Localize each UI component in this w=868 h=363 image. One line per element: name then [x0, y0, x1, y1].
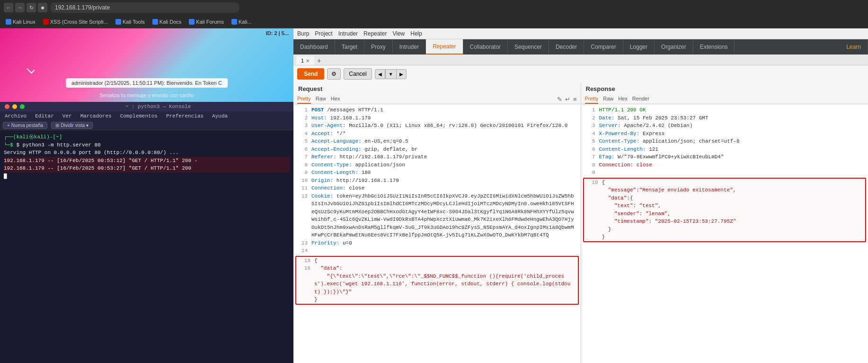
bookmark-kali-forums-label: Kali Forums [196, 19, 224, 25]
cancel-button[interactable]: Cancel [344, 68, 372, 80]
tab-proxy[interactable]: Proxy [364, 40, 393, 54]
repeater-tab-add-button[interactable]: + [315, 57, 323, 64]
tab-learn[interactable]: Learn [840, 40, 868, 54]
req-line-13: 13 Priority: u=0 [293, 239, 581, 247]
terminal-menu-archivo[interactable]: Archivo [3, 112, 28, 120]
terminal-cursor: █ [4, 173, 7, 179]
browser-controls[interactable]: ← → ↻ ■ [4, 3, 47, 12]
response-tab-render[interactable]: Render [632, 94, 649, 104]
bookmark-kali-docs[interactable]: Kali Docs [150, 18, 184, 26]
tab-extensions[interactable]: Extensions [693, 40, 735, 54]
tab-dashboard[interactable]: Dashboard [293, 40, 335, 54]
repeater-tab-1-label: 1 [301, 58, 304, 64]
browser-subtitle: Serializa tu mensaje y envialo con cariñ… [99, 92, 194, 98]
terminal-menu-ayuda[interactable]: Ayuda [210, 112, 230, 120]
new-tab-button[interactable]: + Nueva pestaña [3, 122, 47, 129]
request-tab-pretty[interactable]: Pretty [297, 94, 311, 104]
nav-forward-button[interactable]: ▶ [397, 69, 407, 79]
bookmark-kali-tools[interactable]: Kali Tools [113, 18, 148, 26]
terminal-line-6: █ [4, 172, 290, 181]
nav-back-button[interactable]: ◀ [375, 69, 385, 79]
burp-menu-project[interactable]: Project [315, 30, 332, 37]
request-icon-newline[interactable]: ↵ [565, 96, 570, 103]
req-line-2: 2 Host: 192.168.1.179 [293, 114, 581, 122]
burp-menu-repeater[interactable]: Repeater [363, 30, 387, 37]
terminal-output-3: 192.168.1.179 -- [16/Feb/2025 00:53:27] … [4, 165, 191, 171]
request-icon-pencil[interactable]: ✎ [557, 96, 562, 103]
bookmark-kali-linux[interactable]: Kali Linux [3, 18, 38, 26]
bookmark-kali-extra[interactable]: Kali... [229, 18, 255, 26]
terminal: ~ : python3 — Konsole Archivo Editar Ver… [0, 102, 293, 363]
res-line-8: 8 Connection: close [581, 161, 868, 169]
burp-menu-help[interactable]: Help [410, 30, 422, 37]
request-header: Request [293, 82, 581, 94]
terminal-line-4: 192.168.1.179 -- [16/Feb/2025 00:53:12] … [4, 157, 290, 165]
burp-panel: Burp Project Intruder Repeater View Help… [293, 28, 868, 363]
req-line-14: 14 [293, 247, 581, 255]
request-tab-raw[interactable]: Raw [316, 94, 326, 104]
request-icon-menu[interactable]: ≡ [573, 96, 577, 103]
tab-target[interactable]: Target [335, 40, 364, 54]
tab-collaborator[interactable]: Collaborator [463, 40, 508, 54]
req-line-16: 16 "data": [296, 264, 578, 272]
tab-repeater[interactable]: Repeater [426, 39, 463, 54]
request-code-area[interactable]: 1 POST /messages HTTP/1.1 2 Host: 192.16… [293, 104, 581, 363]
res-line-17: } [584, 233, 866, 241]
terminal-user: kali㉿kali [16, 134, 46, 140]
terminal-prompt-1: ┌──( [4, 134, 16, 140]
nav-down-button[interactable]: ▼ [385, 69, 397, 79]
bookmark-kali-forums[interactable]: Kali Forums [186, 18, 227, 26]
req-line-15: 15 { [296, 257, 578, 265]
terminal-dir: ~ [56, 134, 59, 140]
kali-tools-icon [115, 19, 121, 25]
burp-menu-view[interactable]: View [392, 30, 405, 37]
new-tab-label: Nueva pestaña [11, 123, 43, 128]
res-line-7: 7 ETag: W/"79-8ExwwmflPC9+ykiwXcBIeubLmD… [581, 153, 868, 161]
burp-menu-intruder[interactable]: Intruder [338, 30, 358, 37]
tab-sequencer[interactable]: Sequencer [508, 40, 549, 54]
bookmark-xss[interactable]: XSS (Cross Site Scripti... [40, 18, 111, 26]
terminal-menu-marcadores[interactable]: Marcadores [79, 112, 114, 120]
forward-button[interactable]: → [15, 3, 25, 12]
response-tab-raw[interactable]: Raw [603, 94, 613, 104]
res-line-6: 6 Content-Length: 121 [581, 145, 868, 154]
req-line-4: 4 Accept: */* [293, 130, 581, 138]
req-line-6: 6 Accept-Encoding: gzip, deflate, br [293, 145, 581, 154]
reload-button[interactable]: ↻ [27, 3, 36, 12]
res-line-11: "message":"Mensaje enviado exitosamente"… [584, 186, 866, 194]
res-line-16: } [584, 226, 866, 234]
terminal-body[interactable]: ┌──(kali㉿kali)-[~] └─$ $ python3 -m http… [0, 130, 293, 363]
request-tabs: Pretty Raw Hex ✎ ↵ ≡ [293, 94, 581, 104]
terminal-menu-complementos[interactable]: Complementos [118, 112, 159, 120]
request-tab-hex[interactable]: Hex [331, 94, 340, 104]
terminal-toolbar: + Nueva pestaña ⊞ Dividir vista ▾ [0, 121, 293, 130]
req-line-8: 8 Content-Type: application/json [293, 161, 581, 169]
response-code-area[interactable]: 1 HTTP/1.1 200 OK 2 Date: Sat, 15 Feb 20… [581, 104, 868, 363]
tab-comparer[interactable]: Comparer [584, 40, 623, 54]
response-tab-hex[interactable]: Hex [618, 94, 628, 104]
back-button[interactable]: ← [4, 3, 13, 12]
res-line-15: "timestamp": "2025-02-15T23:53:27.795Z" [584, 218, 866, 226]
repeater-tab-1-close[interactable]: ✕ [306, 58, 310, 64]
terminal-menu-preferencias[interactable]: Preferencias [164, 112, 205, 120]
tab-organizer[interactable]: Organizer [655, 40, 693, 54]
home-button[interactable]: ■ [38, 3, 47, 12]
response-tab-pretty[interactable]: Pretty [585, 94, 599, 104]
req-line-5: 5 Accept-Language: en-US,en;q=0.5 [293, 137, 581, 145]
kali-docs-icon [152, 19, 158, 25]
url-bar[interactable]: 192.168.1.179/private [50, 2, 239, 13]
tab-intruder[interactable]: Intruder [393, 40, 426, 54]
split-view-button[interactable]: ⊞ Dividir vista ▾ [51, 122, 93, 129]
burp-menu-burp[interactable]: Burp [297, 30, 309, 37]
send-button[interactable]: Send [297, 68, 324, 80]
left-panel: ID: 2 | 5... administrador (2/15/2025, 1… [0, 28, 293, 363]
burp-menubar: Burp Project Intruder Repeater View Help [293, 28, 868, 39]
repeater-tab-1[interactable]: 1 ✕ [296, 56, 314, 65]
terminal-menu-editar[interactable]: Editar [33, 112, 56, 120]
terminal-title: ~ : python3 — Konsole [125, 104, 191, 109]
tab-logger[interactable]: Logger [623, 40, 655, 54]
gear-button[interactable]: ⚙ [327, 68, 341, 80]
terminal-bracket-1: )-[ [46, 134, 56, 140]
terminal-menu-ver[interactable]: Ver [61, 112, 74, 120]
tab-decoder[interactable]: Decoder [549, 40, 584, 54]
